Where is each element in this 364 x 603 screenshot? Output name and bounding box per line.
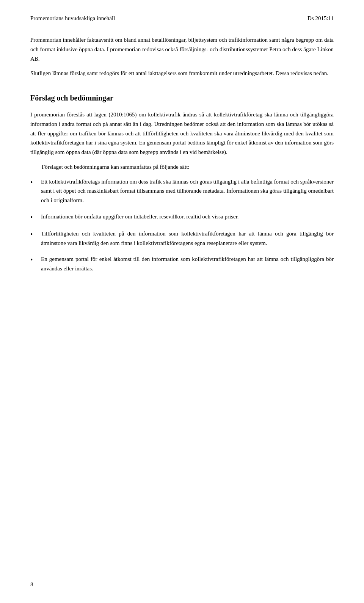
bullet-dot-1: •: [30, 177, 41, 187]
bullet-dot-4: •: [30, 254, 41, 265]
section-heading: Förslag och bedömningar: [30, 92, 334, 104]
page-number: 8: [30, 581, 33, 588]
bullet-text-2: Informationen bör omfatta uppgifter om t…: [41, 212, 334, 221]
main-content: Promemorian innehåller faktaavsnitt om b…: [30, 35, 334, 273]
bullet-list: • Ett kollektivtrafikföretags informatio…: [30, 177, 334, 273]
list-item: • En gemensam portal för enkel åtkomst t…: [30, 254, 334, 273]
section-paragraph-2: Förslaget och bedömningarna kan sammanfa…: [30, 162, 334, 172]
page: Promemorians huvudsakliga innehåll Ds 20…: [0, 0, 364, 603]
bullet-text-1: Ett kollektivtrafikföretags information …: [41, 177, 334, 205]
bullet-dot-2: •: [30, 212, 41, 222]
section-paragraph-1: I promemorian föreslås att lagen (2010:1…: [30, 110, 334, 157]
intro-paragraph-1: Promemorian innehåller faktaavsnitt om b…: [30, 35, 334, 63]
list-item: • Ett kollektivtrafikföretags informatio…: [30, 177, 334, 205]
list-item: • Informationen bör omfatta uppgifter om…: [30, 212, 334, 222]
list-item: • Tillförlitligheten och kvaliteten på d…: [30, 229, 334, 248]
header-title: Promemorians huvudsakliga innehåll: [30, 15, 115, 22]
bullet-text-3: Tillförlitligheten och kvaliteten på den…: [41, 229, 334, 248]
intro-paragraph-2: Slutligen lämnas förslag samt redogörs f…: [30, 69, 334, 78]
bullet-text-4: En gemensam portal för enkel åtkomst til…: [41, 254, 334, 273]
bullet-dot-3: •: [30, 229, 41, 239]
page-header: Promemorians huvudsakliga innehåll Ds 20…: [30, 15, 334, 22]
header-ref: Ds 2015:11: [308, 15, 334, 22]
